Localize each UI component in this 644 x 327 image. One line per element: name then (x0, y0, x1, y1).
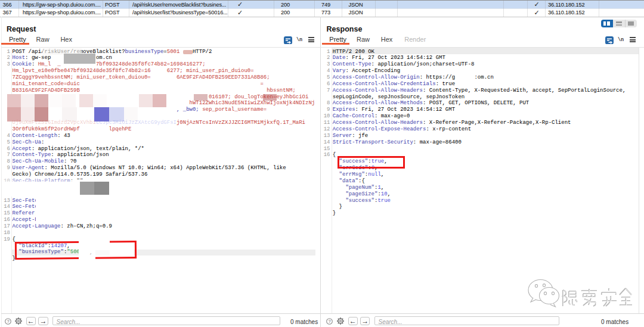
svg-text:?: ? (7, 319, 9, 324)
svg-text:?: ? (329, 319, 331, 324)
